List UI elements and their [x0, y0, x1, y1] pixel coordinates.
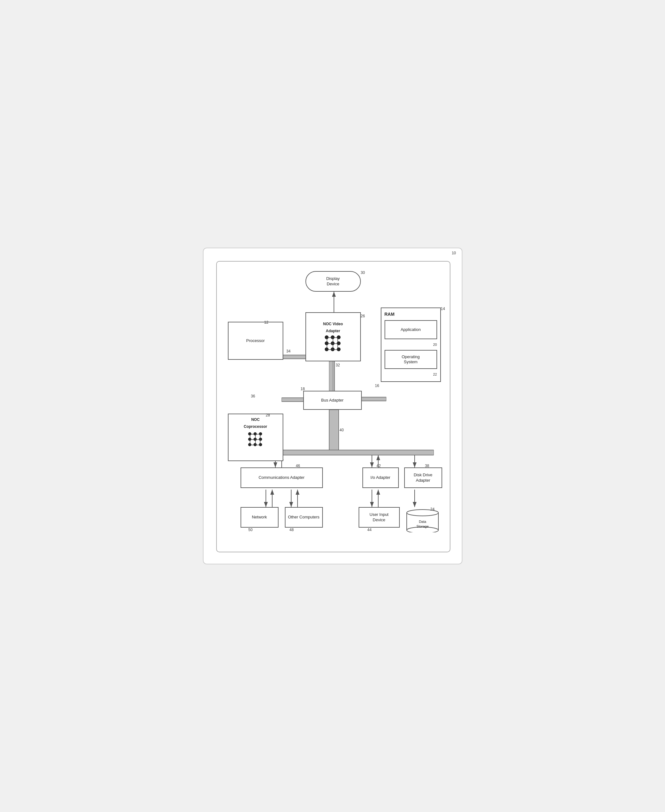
ref-24: 24: [431, 507, 434, 512]
ram: RAM Application 20 OperatingSystem 22: [381, 307, 441, 382]
ref-14: 14: [441, 307, 445, 311]
disk-drive-adapter: Disk DriveAdapter: [404, 468, 442, 488]
ref-34: 34: [287, 349, 291, 353]
noc-coprocessor: NOC Coprocessor: [228, 413, 283, 461]
ref-42: 42: [377, 464, 381, 468]
user-input-device: User InputDevice: [359, 507, 400, 528]
noc-coprocessor-grid: [248, 432, 263, 447]
svg-text:Storage: Storage: [416, 525, 429, 528]
ref-16: 16: [375, 384, 379, 388]
operating-system-box: OperatingSystem: [385, 350, 437, 369]
ref-26: 26: [361, 314, 365, 318]
noc-video-adapter: NOC Video Adapter: [305, 312, 361, 361]
ref-10: 10: [452, 251, 456, 255]
other-computers: Other Computers: [285, 507, 323, 528]
network: Network: [241, 507, 278, 528]
ref-40: 40: [340, 428, 344, 432]
ref-28: 28: [266, 413, 270, 417]
ref-22: 22: [433, 372, 437, 377]
application-box: Application: [385, 320, 437, 339]
svg-rect-10: [361, 397, 386, 401]
svg-text:Data: Data: [419, 520, 426, 523]
communications-adapter: Communications Adapter: [241, 468, 323, 488]
data-storage: Data Storage: [403, 507, 442, 534]
ref-12: 12: [264, 320, 269, 325]
processor: Processor: [228, 322, 283, 360]
io-adapter: I/o Adapter: [362, 468, 399, 488]
page: 10: [203, 248, 462, 564]
ref-46: 46: [296, 464, 300, 468]
ref-38: 38: [425, 464, 429, 468]
ref-50: 50: [249, 528, 252, 532]
ref-32: 32: [336, 363, 340, 367]
ref-36: 36: [251, 394, 255, 399]
svg-rect-3: [330, 360, 334, 391]
ref-18: 18: [301, 387, 305, 391]
ref-20: 20: [433, 342, 437, 347]
diagram-container: 32 34 36 16 40 DisplayDevice 30 NOC Vide…: [216, 261, 450, 552]
bus-adapter: Bus Adapter: [303, 391, 362, 410]
ref-44: 44: [367, 528, 372, 532]
ref-30: 30: [361, 271, 365, 275]
ref-48: 48: [290, 528, 294, 532]
svg-rect-16: [329, 410, 339, 451]
display-device: DisplayDevice: [305, 271, 361, 292]
noc-video-grid: [325, 335, 341, 352]
